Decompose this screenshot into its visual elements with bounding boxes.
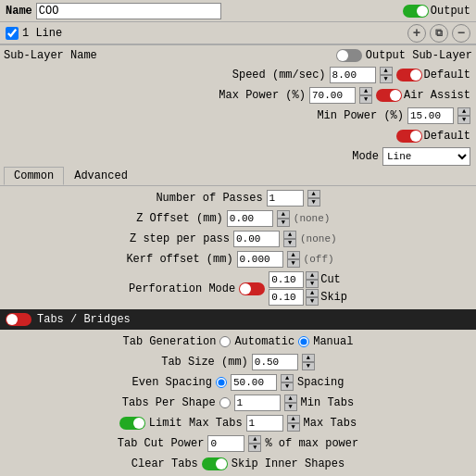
- min-tabs-label: Min Tabs: [301, 396, 355, 409]
- tabs-bridges-content: Tab Generation Automatic Manual Tab Size…: [0, 330, 476, 476]
- tabs-per-shape-radio-group: [219, 397, 231, 408]
- num-passes-row: Number of Passes ▲ ▼: [6, 188, 470, 208]
- kerf-up[interactable]: ▲: [287, 251, 300, 259]
- copy-button[interactable]: ⧉: [430, 24, 448, 43]
- z-step-input[interactable]: [233, 231, 280, 247]
- tab-size-input[interactable]: [252, 354, 298, 370]
- tab-cut-power-down[interactable]: ▼: [248, 444, 261, 452]
- tabs-per-shape-row: Tabs Per Shape ▲ ▼ Min Tabs: [6, 393, 470, 413]
- tabs-per-shape-up[interactable]: ▲: [284, 395, 297, 403]
- name-input[interactable]: [36, 3, 221, 19]
- z-offset-up[interactable]: ▲: [277, 210, 290, 219]
- skip-inner-toggle[interactable]: [202, 457, 228, 470]
- skip-inner-toggle-area: [202, 457, 228, 470]
- max-power-input[interactable]: [309, 87, 356, 104]
- perf-toggle[interactable]: [239, 282, 265, 295]
- even-spacing-radio-group: [216, 377, 227, 388]
- tabs-per-shape-input[interactable]: [234, 395, 281, 411]
- limit-max-toggle[interactable]: [119, 417, 145, 430]
- tabs-bridges-toggle[interactable]: [6, 313, 31, 326]
- even-spacing-arrows: ▲ ▼: [281, 374, 294, 391]
- add-button[interactable]: +: [407, 24, 426, 43]
- z-step-row: Z step per pass ▲ ▼ (none): [6, 229, 470, 249]
- layer-checkbox[interactable]: [6, 27, 19, 40]
- speed-up[interactable]: ▲: [380, 67, 393, 75]
- layer-label: 1 Line: [22, 27, 62, 40]
- speed-default-toggle[interactable]: Default: [396, 69, 470, 81]
- min-power-input[interactable]: [407, 107, 454, 124]
- tab-size-label: Tab Size (mm): [161, 356, 248, 369]
- even-spacing-input[interactable]: [231, 374, 277, 391]
- tabs-per-shape-down[interactable]: ▼: [284, 403, 297, 411]
- tab-common[interactable]: Common: [4, 167, 64, 185]
- tab-size-row: Tab Size (mm) ▲ ▼: [6, 352, 470, 372]
- default-toggle[interactable]: Default: [396, 130, 470, 143]
- perf-mode-row: Perforation Mode ▲ ▼ Cut ▲ ▼ Skip: [6, 269, 470, 307]
- z-step-down[interactable]: ▼: [283, 239, 296, 247]
- perf-cut-arrows: ▲ ▼: [306, 271, 319, 288]
- z-offset-row: Z Offset (mm) ▲ ▼ (none): [6, 208, 470, 229]
- clear-tabs-row: Clear Tabs Skip Inner Shapes: [6, 454, 470, 474]
- limit-max-down[interactable]: ▼: [287, 423, 300, 432]
- air-assist-toggle[interactable]: Air Assist: [376, 89, 470, 102]
- output-toggle[interactable]: Output: [403, 5, 470, 18]
- num-passes-down[interactable]: ▼: [307, 198, 320, 207]
- limit-max-row: Limit Max Tabs ▲ ▼ Max Tabs: [6, 413, 470, 433]
- perf-cut-down[interactable]: ▼: [306, 280, 319, 288]
- min-power-down[interactable]: ▼: [457, 116, 470, 124]
- skip-inner-label: Skip Inner Shapes: [232, 457, 344, 470]
- perf-cut-label: Cut: [320, 273, 341, 286]
- limit-max-up[interactable]: ▲: [287, 415, 300, 423]
- kerf-down[interactable]: ▼: [287, 259, 300, 268]
- tabs-bridges-label: Tabs / Bridges: [37, 313, 131, 326]
- tab-gen-label: Tab Generation: [123, 335, 217, 348]
- z-step-arrows: ▲ ▼: [283, 231, 296, 247]
- tab-size-down[interactable]: ▼: [302, 362, 315, 370]
- pct-max-label: % of max power: [265, 437, 358, 450]
- perf-skip-up[interactable]: ▲: [306, 289, 319, 297]
- num-passes-arrows: ▲ ▼: [307, 190, 320, 207]
- tab-gen-row: Tab Generation Automatic Manual: [6, 332, 470, 352]
- tab-cut-power-input[interactable]: [207, 435, 244, 452]
- speed-input[interactable]: [330, 67, 376, 83]
- output-sublayer-toggle[interactable]: [336, 49, 362, 62]
- tabs-per-shape-arrows: ▲ ▼: [284, 395, 297, 411]
- tab-size-up[interactable]: ▲: [302, 354, 315, 362]
- perf-skip-down[interactable]: ▼: [306, 297, 319, 306]
- max-power-up[interactable]: ▲: [359, 87, 372, 95]
- max-power-row: Max Power (%) ▲ ▼ Air Assist: [0, 85, 476, 106]
- z-step-up[interactable]: ▲: [283, 231, 296, 239]
- perf-cut-input[interactable]: [269, 271, 304, 288]
- z-step-label: Z step per pass: [130, 232, 230, 245]
- min-power-up[interactable]: ▲: [457, 107, 470, 116]
- sublayer-row: Sub-Layer Name Output Sub-Layer: [0, 44, 476, 65]
- tabs-per-shape-radio[interactable]: [219, 397, 231, 408]
- even-spacing-radio[interactable]: [216, 377, 227, 388]
- num-passes-up[interactable]: ▲: [307, 190, 320, 198]
- num-passes-input[interactable]: [267, 190, 304, 207]
- layer-checkbox-area: 1 Line: [6, 27, 62, 40]
- output-sublayer-toggle-area: Output Sub-Layer: [336, 49, 472, 62]
- speed-down[interactable]: ▼: [380, 75, 393, 83]
- perf-skip-input[interactable]: [269, 289, 304, 306]
- z-offset-down[interactable]: ▼: [277, 219, 290, 227]
- tab-gen-auto-radio[interactable]: [219, 336, 231, 347]
- remove-button[interactable]: −: [452, 24, 470, 43]
- tab-cut-power-up[interactable]: ▲: [248, 435, 261, 444]
- limit-max-input[interactable]: [246, 415, 283, 432]
- z-offset-input[interactable]: [227, 210, 273, 227]
- tabs-per-shape-label: Tabs Per Shape: [122, 396, 216, 409]
- tab-advanced[interactable]: Advanced: [64, 167, 138, 185]
- limit-max-arrows: ▲ ▼: [287, 415, 300, 432]
- even-spacing-up[interactable]: ▲: [281, 374, 294, 382]
- perf-cut-up[interactable]: ▲: [306, 271, 319, 280]
- even-spacing-down[interactable]: ▼: [281, 382, 294, 391]
- output-label: Output: [431, 5, 470, 18]
- kerf-input[interactable]: [237, 251, 283, 268]
- tabs-bridges-section: Tabs / Bridges: [0, 309, 476, 330]
- mode-select[interactable]: Line Fill Offset Fill: [382, 147, 470, 166]
- mode-row: Mode Line Fill Offset Fill: [0, 146, 476, 167]
- tab-gen-manual-radio[interactable]: [298, 336, 309, 347]
- speed-label: Speed (mm/sec): [232, 69, 326, 81]
- max-power-down[interactable]: ▼: [359, 95, 372, 104]
